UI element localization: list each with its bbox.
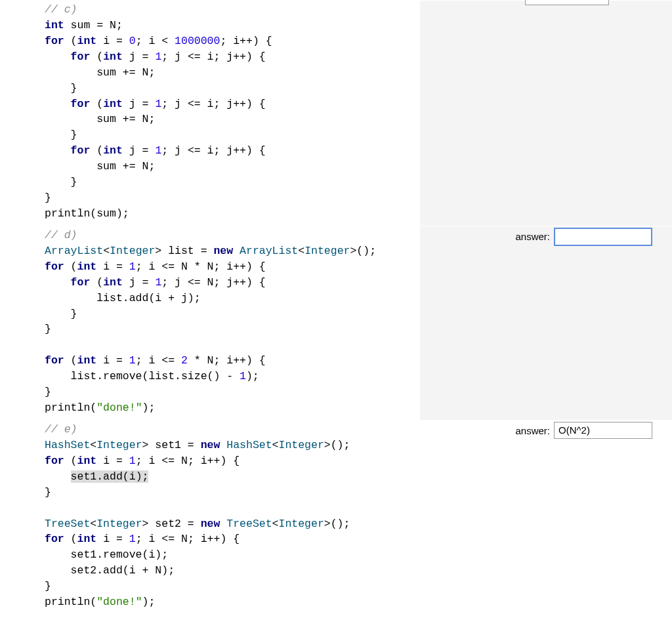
code-block-c: // c) int sum = N; for (int i = 0; i < 1… [0,1,420,226]
answer-input-d[interactable] [554,228,652,246]
comment-e: // e) [45,423,77,436]
answer-input-c-top[interactable] [525,0,609,5]
code-block-d: // d) ArrayList<Integer> list = new Arra… [0,226,420,420]
question-row-c: // c) int sum = N; for (int i = 0; i < 1… [0,0,672,226]
answer-label-d: answer: [515,228,550,244]
answer-area-e: answer: [420,421,672,443]
highlighted-code: set1.add(i); [71,470,149,483]
code-block-e: // e) HashSet<Integer> set1 = new HashSe… [0,421,420,614]
answer-label-e: answer: [515,422,550,438]
answer-area-c: answer: [420,1,672,226]
answer-area-d: answer: [420,226,672,420]
comment-c: // c) [45,3,77,16]
question-row-d: // d) ArrayList<Integer> list = new Arra… [0,226,672,420]
question-row-e: // e) HashSet<Integer> set1 = new HashSe… [0,420,672,614]
comment-d: // d) [45,229,77,241]
answer-input-e[interactable] [554,422,652,439]
